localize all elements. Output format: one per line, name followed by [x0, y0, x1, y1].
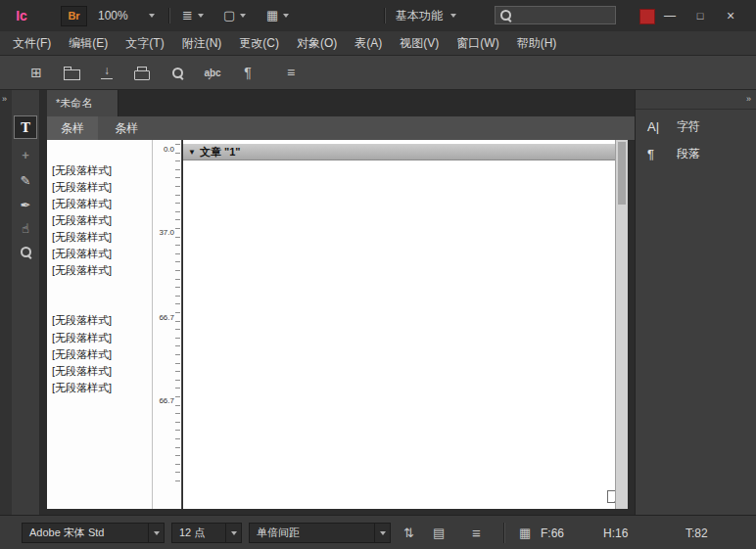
view-options-dropdown[interactable]: ≣	[182, 6, 204, 25]
chevron-down-icon	[148, 524, 164, 542]
depth-ruler-mark: 37.0	[149, 228, 174, 237]
paragraph-style-row[interactable]: [无段落样式]	[52, 180, 150, 195]
incopy-logo: Ic	[8, 4, 35, 27]
paragraph-style-row[interactable]: [无段落样式]	[52, 347, 150, 362]
expand-panel-chevrons-icon[interactable]: »	[2, 94, 6, 104]
pilcrow-icon: ¶	[244, 65, 252, 80]
zoom-tool-icon	[21, 247, 31, 257]
paragraph-style-row[interactable]: [无段落样式]	[52, 230, 150, 245]
red-indicator	[639, 9, 655, 24]
screen-mode-dropdown[interactable]: ▢	[223, 6, 246, 25]
paragraph-style-row[interactable]: [无段落样式]	[52, 247, 150, 261]
print-button[interactable]	[131, 62, 153, 83]
story-title: 文章 "1"	[200, 144, 241, 160]
scrollbar-thumb[interactable]	[618, 142, 626, 205]
left-dock-strip: »	[0, 90, 12, 515]
character-panel-button[interactable]: A| 字符	[636, 114, 756, 139]
story-header[interactable]: ▼ 文章 "1"	[183, 144, 615, 160]
leading-arrows-icon[interactable]: ⇅	[403, 525, 414, 541]
menu-table[interactable]: 表(A)	[346, 31, 391, 55]
view-tab-galley[interactable]: 条样	[47, 116, 98, 140]
document-tab[interactable]: *未命名	[47, 90, 118, 116]
close-button[interactable]: ×	[717, 5, 744, 26]
incopy-window: Ic Br 100% ≣ ▢ ▦ 基本功能 — □	[0, 0, 756, 549]
menu-file[interactable]: 文件(F)	[4, 31, 60, 55]
search-input[interactable]	[516, 9, 610, 23]
position-tool[interactable]: +	[14, 143, 37, 166]
workspace-switcher[interactable]: 基本功能	[396, 6, 456, 25]
menu-object[interactable]: 对象(O)	[288, 31, 346, 55]
paragraph-style-row[interactable]: [无段落样式]	[52, 331, 150, 345]
chevron-down-icon	[198, 14, 204, 18]
open-button[interactable]	[61, 62, 82, 83]
paragraph-style-row[interactable]: [无段落样式]	[52, 381, 150, 395]
position-tool-icon: +	[22, 148, 29, 162]
menu-changes[interactable]: 更改(C)	[230, 31, 288, 55]
collapse-panel-chevrons-icon[interactable]: »	[746, 94, 750, 104]
search-icon	[500, 10, 511, 21]
menu-type[interactable]: 文字(T)	[117, 31, 172, 55]
font-size-value: 12 点	[172, 526, 225, 540]
zoom-tool[interactable]	[14, 240, 37, 263]
font-family-select[interactable]: Adobe 宋体 Std	[22, 523, 165, 543]
font-size-select[interactable]: 12 点	[171, 523, 242, 543]
menu-window[interactable]: 窗口(W)	[448, 31, 507, 55]
view-tab-story[interactable]: 条样	[101, 116, 152, 140]
type-tool-icon: T	[21, 120, 30, 135]
show-hidden-characters-button[interactable]: ¶	[237, 62, 259, 83]
vertical-scrollbar[interactable]	[615, 140, 628, 509]
copyfit-t-value: T:82	[685, 526, 708, 540]
character-panel-icon: A|	[647, 119, 669, 134]
view-options-icon: ≣	[182, 6, 193, 25]
depth-ruler-mark: 66.7	[149, 313, 174, 322]
note-tool-icon: ✎	[21, 173, 31, 188]
panel-menu-icon[interactable]: ≡	[472, 525, 481, 541]
copyfit-h-value: H:16	[603, 526, 628, 540]
paragraph-style-row[interactable]: [无段落样式]	[52, 263, 150, 278]
collapse-triangle-icon[interactable]: ▼	[188, 144, 196, 160]
arrange-documents-dropdown[interactable]: ▦	[266, 6, 289, 25]
spellcheck-button[interactable]: abc	[202, 62, 223, 83]
find-button[interactable]	[166, 62, 188, 83]
zoom-dropdown[interactable]: 100%	[94, 6, 159, 25]
new-document-button[interactable]: ⊞	[25, 62, 47, 83]
eyedropper-icon: ✒	[21, 198, 31, 212]
note-tool[interactable]: ✎	[14, 168, 37, 192]
menu-view[interactable]: 视图(V)	[391, 31, 448, 55]
story-editor[interactable]: ▼ 文章 "1"	[183, 140, 615, 509]
application-toolbar: ⊞ ↓ abc ¶ ≡	[0, 56, 756, 90]
paragraph-style-row[interactable]: [无段落样式]	[52, 213, 150, 228]
paragraph-panel-icon: ¶	[647, 147, 669, 161]
new-document-icon: ⊞	[30, 65, 42, 80]
minimize-button[interactable]: —	[656, 5, 684, 26]
paragraph-style-row[interactable]: [无段落样式]	[52, 313, 150, 328]
menu-notes[interactable]: 附注(N)	[173, 31, 231, 55]
menubar: 文件(F) 编辑(E) 文字(T) 附注(N) 更改(C) 对象(O) 表(A)…	[0, 31, 756, 56]
hand-tool[interactable]: ☝	[14, 216, 37, 240]
toolbar-menu-button[interactable]: ≡	[280, 62, 302, 83]
bridge-button[interactable]: Br	[61, 6, 87, 26]
leading-select[interactable]: 单倍间距	[249, 523, 391, 543]
separator	[384, 8, 386, 23]
chevron-down-icon	[374, 524, 390, 542]
paragraph-style-row[interactable]: [无段落样式]	[52, 197, 150, 211]
chevron-down-icon	[149, 14, 155, 18]
document-area: *未命名 条样 条样 [无段落样式] [无段落样式] [无段落样式] [无段落样…	[47, 90, 635, 515]
type-tool[interactable]: T	[14, 115, 37, 139]
text-frame-icon[interactable]: ▤	[433, 525, 445, 541]
separator	[168, 8, 170, 23]
menu-help[interactable]: 帮助(H)	[508, 31, 566, 55]
hand-icon: ☝	[22, 221, 29, 236]
paragraph-style-row[interactable]: [无段落样式]	[52, 163, 150, 178]
save-button[interactable]: ↓	[96, 62, 118, 83]
copyfit-f-value: F:66	[541, 526, 564, 540]
paragraph-panel-button[interactable]: ¶ 段落	[636, 141, 756, 166]
editor-content: [无段落样式] [无段落样式] [无段落样式] [无段落样式] [无段落样式] …	[47, 140, 628, 509]
printer-icon	[134, 70, 150, 80]
maximize-button[interactable]: □	[686, 5, 714, 26]
menu-edit[interactable]: 编辑(E)	[60, 31, 117, 55]
right-panel-header: »	[636, 90, 756, 110]
ruler-divider	[152, 140, 153, 509]
paragraph-style-row[interactable]: [无段落样式]	[52, 364, 150, 379]
eyedropper-tool[interactable]: ✒	[14, 193, 37, 216]
